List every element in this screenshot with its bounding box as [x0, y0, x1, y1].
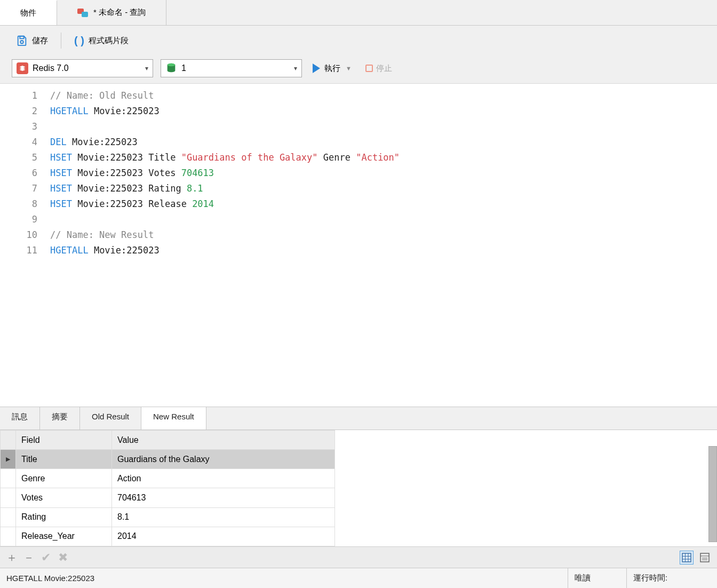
tab-messages[interactable]: 訊息 [0, 407, 40, 430]
tab-new-result[interactable]: New Result [141, 407, 206, 430]
remove-row-button[interactable]: － [22, 551, 35, 564]
toolbar-divider [61, 33, 61, 49]
status-bar: HGETALL Movie:225023 唯讀 運行時間: [0, 568, 717, 588]
code-line[interactable]: // Name: Old Result [50, 88, 717, 104]
cell-field[interactable]: Genre [16, 469, 112, 488]
toolbar-run: Redis 7.0 ▾ 1 ▾ 執行 ▼ 停止 [0, 55, 717, 83]
cell-value[interactable]: Action [112, 469, 335, 488]
code-line[interactable]: DEL Movie:225023 [50, 134, 717, 150]
chevron-down-icon: ▾ [145, 65, 148, 72]
redis-icon [17, 62, 28, 74]
line-number: 10 [0, 227, 37, 243]
grid-icon [682, 553, 691, 562]
line-number: 2 [0, 104, 37, 119]
database-name: 1 [181, 63, 290, 73]
result-tab-bar: 訊息 摘要 Old Result New Result [0, 407, 717, 430]
cell-field[interactable]: Release_Year [16, 527, 112, 546]
svg-point-3 [168, 63, 176, 67]
cell-field[interactable]: Title [16, 450, 112, 469]
status-query: HGETALL Movie:225023 [0, 568, 568, 588]
tab-old-result[interactable]: Old Result [80, 407, 141, 430]
code-line[interactable]: HGETALL Movie:225023 [50, 243, 717, 258]
dropdown-caret-icon[interactable]: ▼ [346, 65, 352, 71]
run-button[interactable]: 執行 ▼ [309, 63, 355, 74]
stop-label: 停止 [376, 63, 392, 74]
snippet-label: 程式碼片段 [89, 36, 129, 46]
cell-value[interactable]: Guardians of the Galaxy [112, 450, 335, 469]
tab-query[interactable]: * 未命名 - 查詢 [57, 0, 166, 25]
row-indicator [1, 527, 16, 546]
row-indicator [1, 488, 16, 507]
tab-summary[interactable]: 摘要 [40, 407, 80, 430]
code-line[interactable] [50, 119, 717, 134]
result-toolbar: ＋ － ✔ ✖ [0, 546, 717, 568]
svg-rect-0 [20, 36, 23, 39]
table-row[interactable]: Rating8.1 [1, 507, 335, 527]
status-readonly: 唯讀 [568, 568, 626, 588]
result-panel: FieldValue▶TitleGuardians of the GalaxyG… [0, 430, 717, 546]
snippet-button[interactable]: ( ) 程式碼片段 [70, 33, 133, 49]
tab-label: * 未命名 - 查詢 [93, 7, 146, 18]
code-line[interactable]: HGETALL Movie:225023 [50, 104, 717, 119]
cell-field[interactable]: Rating [16, 507, 112, 527]
database-icon [165, 62, 177, 74]
cancel-button[interactable]: ✖ [57, 551, 69, 564]
code-line[interactable]: HSET Movie:225023 Title "Guardians of th… [50, 150, 717, 165]
stop-icon [365, 65, 373, 72]
code-editor[interactable]: 1234567891011 // Name: Old ResultHGETALL… [0, 83, 717, 407]
line-number: 8 [0, 196, 37, 212]
query-tab-icon [77, 7, 88, 18]
grid-view-button[interactable] [680, 551, 694, 565]
svg-point-1 [20, 41, 23, 44]
code-line[interactable]: HSET Movie:225023 Votes 704613 [50, 165, 717, 181]
play-icon [313, 63, 320, 73]
table-row[interactable]: GenreAction [1, 469, 335, 488]
toolbar-file: 儲存 ( ) 程式碼片段 [0, 26, 717, 55]
line-number: 11 [0, 243, 37, 258]
cell-value[interactable]: 8.1 [112, 507, 335, 527]
chevron-down-icon: ▾ [294, 65, 297, 72]
apply-button[interactable]: ✔ [39, 551, 52, 564]
line-number: 7 [0, 181, 37, 196]
cell-value[interactable]: 704613 [112, 488, 335, 507]
result-table[interactable]: FieldValue▶TitleGuardians of the GalaxyG… [0, 430, 335, 546]
line-number: 6 [0, 165, 37, 181]
parentheses-icon: ( ) [74, 35, 84, 47]
row-indicator-header [1, 431, 16, 450]
vertical-scrollbar[interactable] [708, 446, 717, 542]
form-icon [700, 553, 710, 562]
code-content[interactable]: // Name: Old ResultHGETALL Movie:225023 … [43, 84, 717, 407]
column-header-value[interactable]: Value [112, 431, 335, 450]
line-number: 3 [0, 119, 37, 134]
table-row[interactable]: ▶TitleGuardians of the Galaxy [1, 450, 335, 469]
line-number: 1 [0, 88, 37, 104]
save-button[interactable]: 儲存 [12, 33, 52, 49]
code-line[interactable]: // Name: New Result [50, 227, 717, 243]
code-line[interactable] [50, 212, 717, 227]
database-dropdown[interactable]: 1 ▾ [161, 59, 302, 77]
table-row[interactable]: Votes704613 [1, 488, 335, 507]
stop-button: 停止 [362, 63, 395, 74]
tab-objects[interactable]: 物件 [0, 0, 57, 25]
row-indicator [1, 469, 16, 488]
row-indicator [1, 507, 16, 527]
run-label: 執行 [324, 63, 340, 74]
row-indicator: ▶ [1, 450, 16, 469]
column-header-field[interactable]: Field [16, 431, 112, 450]
add-row-button[interactable]: ＋ [5, 551, 18, 564]
code-line[interactable]: HSET Movie:225023 Release 2014 [50, 196, 717, 212]
line-number-gutter: 1234567891011 [0, 84, 43, 407]
save-icon [16, 35, 28, 46]
cell-field[interactable]: Votes [16, 488, 112, 507]
line-number: 9 [0, 212, 37, 227]
cell-value[interactable]: 2014 [112, 527, 335, 546]
tab-label: 物件 [20, 8, 36, 18]
form-view-button[interactable] [698, 551, 712, 565]
status-runtime: 運行時間: [626, 568, 717, 588]
server-name: Redis 7.0 [33, 63, 141, 73]
server-dropdown[interactable]: Redis 7.0 ▾ [12, 59, 153, 77]
save-label: 儲存 [32, 36, 48, 46]
svg-rect-4 [682, 553, 691, 562]
code-line[interactable]: HSET Movie:225023 Rating 8.1 [50, 181, 717, 196]
table-row[interactable]: Release_Year2014 [1, 527, 335, 546]
